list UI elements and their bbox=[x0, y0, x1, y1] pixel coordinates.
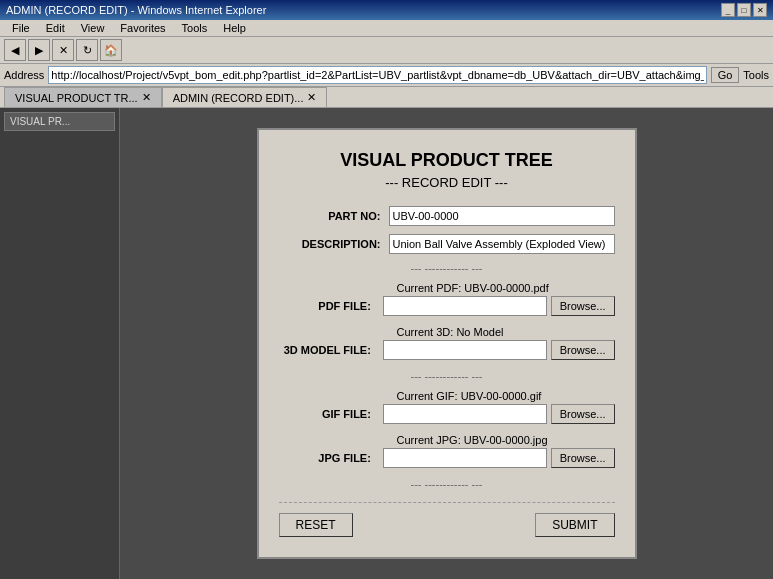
gif-current: Current GIF: UBV-00-0000.gif bbox=[397, 390, 615, 402]
go-button[interactable]: Go bbox=[711, 67, 740, 83]
form-panel: VISUAL PRODUCT TREE --- RECORD EDIT --- … bbox=[257, 128, 637, 559]
back-button[interactable]: ◀ bbox=[4, 39, 26, 61]
pdf-file-row: PDF FILE: Browse... bbox=[279, 296, 615, 316]
model-section: Current 3D: No Model 3D MODEL FILE: Brow… bbox=[279, 326, 615, 360]
pdf-input[interactable] bbox=[383, 296, 547, 316]
separator-2: --- ------------ --- bbox=[279, 370, 615, 382]
stop-button[interactable]: ✕ bbox=[52, 39, 74, 61]
model-label: 3D MODEL FILE: bbox=[279, 344, 379, 356]
menu-tools[interactable]: Tools bbox=[174, 20, 216, 36]
description-row: DESCRIPTION: bbox=[279, 234, 615, 254]
sidebar-item-visual[interactable]: VISUAL PR... bbox=[4, 112, 115, 131]
forward-button[interactable]: ▶ bbox=[28, 39, 50, 61]
description-input[interactable] bbox=[389, 234, 615, 254]
gif-file-row: GIF FILE: Browse... bbox=[279, 404, 615, 424]
model-input[interactable] bbox=[383, 340, 547, 360]
gif-browse-button[interactable]: Browse... bbox=[551, 404, 615, 424]
pdf-browse-button[interactable]: Browse... bbox=[551, 296, 615, 316]
main-content: VISUAL PRODUCT TREE --- RECORD EDIT --- … bbox=[120, 108, 773, 579]
menu-file[interactable]: File bbox=[4, 20, 38, 36]
jpg-label: JPG FILE: bbox=[279, 452, 379, 464]
pdf-section: Current PDF: UBV-00-0000.pdf PDF FILE: B… bbox=[279, 282, 615, 316]
part-no-label: PART NO: bbox=[279, 210, 389, 222]
tab-1[interactable]: VISUAL PRODUCT TR... ✕ bbox=[4, 87, 162, 107]
close-button[interactable]: ✕ bbox=[753, 3, 767, 17]
tab-2-label: ADMIN (RECORD EDIT)... bbox=[173, 92, 304, 104]
tab-2-close[interactable]: ✕ bbox=[307, 91, 316, 104]
gif-label: GIF FILE: bbox=[279, 408, 379, 420]
menu-favorites[interactable]: Favorites bbox=[112, 20, 173, 36]
tab-2[interactable]: ADMIN (RECORD EDIT)... ✕ bbox=[162, 87, 328, 107]
home-button[interactable]: 🏠 bbox=[100, 39, 122, 61]
description-label: DESCRIPTION: bbox=[279, 238, 389, 250]
part-no-row: PART NO: bbox=[279, 206, 615, 226]
part-no-input[interactable] bbox=[389, 206, 615, 226]
tab-1-close[interactable]: ✕ bbox=[142, 91, 151, 104]
tab-bar: VISUAL PRODUCT TR... ✕ ADMIN (RECORD EDI… bbox=[0, 87, 773, 108]
jpg-browse-button[interactable]: Browse... bbox=[551, 448, 615, 468]
minimize-button[interactable]: _ bbox=[721, 3, 735, 17]
gif-section: Current GIF: UBV-00-0000.gif GIF FILE: B… bbox=[279, 390, 615, 424]
model-file-row: 3D MODEL FILE: Browse... bbox=[279, 340, 615, 360]
sidebar-item-label: VISUAL PR... bbox=[10, 116, 70, 127]
menu-help[interactable]: Help bbox=[215, 20, 254, 36]
browser-window: ADMIN (RECORD EDIT) - Windows Internet E… bbox=[0, 0, 773, 579]
window-title: ADMIN (RECORD EDIT) - Windows Internet E… bbox=[6, 4, 266, 16]
jpg-file-row: JPG FILE: Browse... bbox=[279, 448, 615, 468]
menu-bar: File Edit View Favorites Tools Help bbox=[0, 20, 773, 37]
form-title: VISUAL PRODUCT TREE bbox=[279, 150, 615, 171]
pdf-current: Current PDF: UBV-00-0000.pdf bbox=[397, 282, 615, 294]
title-bar: ADMIN (RECORD EDIT) - Windows Internet E… bbox=[0, 0, 773, 20]
separator-3: --- ------------ --- bbox=[279, 478, 615, 490]
tools-link[interactable]: Tools bbox=[743, 69, 769, 81]
refresh-button[interactable]: ↻ bbox=[76, 39, 98, 61]
submit-button[interactable]: SUBMIT bbox=[535, 513, 614, 537]
model-current: Current 3D: No Model bbox=[397, 326, 615, 338]
button-row: RESET SUBMIT bbox=[279, 502, 615, 537]
toolbar: ◀ ▶ ✕ ↻ 🏠 bbox=[0, 37, 773, 64]
reset-button[interactable]: RESET bbox=[279, 513, 353, 537]
gif-input[interactable] bbox=[383, 404, 547, 424]
restore-button[interactable]: □ bbox=[737, 3, 751, 17]
address-bar: Address Go Tools bbox=[0, 64, 773, 87]
jpg-section: Current JPG: UBV-00-0000.jpg JPG FILE: B… bbox=[279, 434, 615, 468]
content-area: VISUAL PR... VISUAL PRODUCT TREE --- REC… bbox=[0, 108, 773, 579]
tab-1-label: VISUAL PRODUCT TR... bbox=[15, 92, 138, 104]
separator-1: --- ------------ --- bbox=[279, 262, 615, 274]
menu-edit[interactable]: Edit bbox=[38, 20, 73, 36]
jpg-current: Current JPG: UBV-00-0000.jpg bbox=[397, 434, 615, 446]
form-subtitle: --- RECORD EDIT --- bbox=[279, 175, 615, 190]
window-controls: _ □ ✕ bbox=[721, 3, 767, 17]
address-label: Address bbox=[4, 69, 44, 81]
model-browse-button[interactable]: Browse... bbox=[551, 340, 615, 360]
jpg-input[interactable] bbox=[383, 448, 547, 468]
address-input[interactable] bbox=[48, 66, 706, 84]
sidebar: VISUAL PR... bbox=[0, 108, 120, 579]
menu-view[interactable]: View bbox=[73, 20, 113, 36]
pdf-label: PDF FILE: bbox=[279, 300, 379, 312]
